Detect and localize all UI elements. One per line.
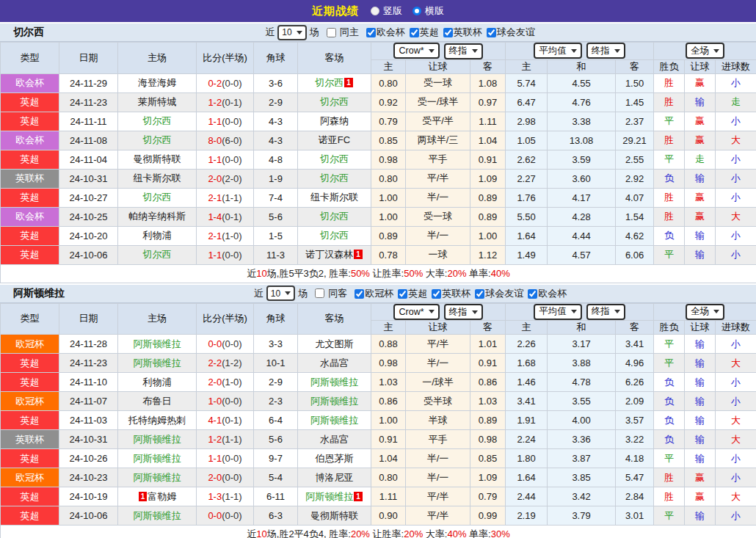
column-header-goals: 进球数 (716, 321, 756, 335)
home-team: 切尔西 (118, 131, 197, 150)
avg-home: 5.74 (506, 73, 548, 92)
league-label: 英超 (408, 288, 427, 299)
corners: 6-4 (254, 411, 298, 430)
odds-away: 0.85 (470, 449, 506, 468)
radio-circle-selected-icon (412, 7, 421, 15)
odds-home: 1.00 (371, 411, 406, 430)
avg-away: 5.47 (616, 468, 654, 487)
avg-away: 4.18 (616, 449, 654, 468)
result-outcome: 平 (654, 354, 685, 373)
column-header-avg-home: 主 (506, 321, 548, 335)
corners: 4-3 (254, 112, 298, 131)
odds-home: 0.89 (371, 226, 406, 245)
column-header-odds-away: 客 (470, 321, 506, 335)
away-team: 切尔西 (298, 207, 371, 226)
result-handicap: 输 (685, 449, 716, 468)
final-odds-select[interactable]: 终指 (444, 43, 483, 59)
away-team: 阿斯顿维拉 (298, 373, 371, 392)
league-checkbox[interactable] (487, 28, 496, 37)
summary-segment: 20% (351, 528, 370, 538)
league-badge: 英超 (1, 150, 59, 169)
result-outcome: 胜 (654, 487, 685, 506)
result-outcome: 平 (654, 150, 685, 169)
league-label: 球会友谊 (485, 288, 523, 299)
odds-away: 0.89 (470, 188, 506, 207)
result-goals: 小 (716, 150, 756, 169)
corners: 10-1 (254, 354, 298, 373)
result-goals: 小 (716, 373, 756, 392)
match-row: 欧冠杯24-11-28阿斯顿维拉0-0(0-0)3-3尤文图斯0.88平/半1.… (1, 335, 756, 354)
odds-home: 1.03 (371, 373, 406, 392)
league-checkbox[interactable] (443, 28, 453, 37)
average-header-cell: 平均值终指 (506, 303, 654, 321)
column-header-score: 比分(半场) (197, 303, 254, 335)
odds-home: 0.88 (371, 335, 406, 354)
average-select[interactable]: 平均值 (534, 304, 582, 320)
page-title: 近期战绩 (312, 4, 359, 18)
home-team: 阿斯顿维拉 (118, 468, 197, 487)
final-odds-select[interactable]: 终指 (444, 304, 483, 320)
away-team: 切尔西 (298, 92, 371, 112)
league-badge: 英超 (1, 373, 59, 392)
match-date: 24-11-10 (59, 373, 118, 392)
summary-segment: 让胜率: (370, 268, 404, 279)
avg-home: 2.27 (506, 169, 548, 188)
same-venue-label: 同客 (328, 287, 347, 300)
bookmaker-select[interactable]: Crow* (393, 304, 439, 320)
bookmaker-header-cell: Crow*终指 (371, 303, 506, 321)
avg-away: 2.09 (616, 392, 654, 411)
games-count-select[interactable]: 10 (277, 25, 306, 40)
league-checkbox[interactable] (410, 28, 419, 37)
result-outcome: 负 (654, 430, 685, 449)
final-odds-select-2[interactable]: 终指 (586, 43, 625, 59)
column-header-odds-handicap: 让球 (406, 321, 470, 335)
home-team: 切尔西 (118, 245, 197, 264)
final-odds-select-2[interactable]: 终指 (586, 304, 625, 320)
match-date: 24-10-25 (59, 207, 118, 226)
avg-home: 2.19 (506, 506, 548, 526)
radio-vertical-view[interactable]: 竖版 (371, 4, 402, 18)
result-outcome: 胜 (654, 207, 685, 226)
away-team: 切尔西1 (298, 73, 371, 92)
result-outcome: 胜 (654, 188, 685, 207)
bookmaker-select[interactable]: Crow* (393, 43, 439, 59)
avg-home: 3.41 (506, 392, 548, 411)
radio-horizontal-view[interactable]: 横版 (412, 4, 444, 18)
odds-handicap: 半/一 (406, 226, 470, 245)
average-select[interactable]: 平均值 (534, 43, 582, 59)
match-date: 24-11-23 (59, 92, 118, 112)
odds-away: 1.00 (470, 226, 506, 245)
chevron-down-icon (429, 49, 435, 53)
odds-away: 1.12 (470, 245, 506, 264)
summary-segment: 场,胜2平4负4, 胜率: (267, 528, 351, 538)
away-team: 阿斯顿维拉 (298, 392, 371, 411)
league-checkbox[interactable] (355, 289, 364, 299)
team-section: 切尔西 近 10 场 同主 欧会杯英超英联杯球会友谊 (0, 23, 756, 283)
league-checkbox[interactable] (398, 289, 407, 299)
avg-draw: 3.36 (548, 430, 616, 449)
away-team: 伯恩茅斯 (298, 449, 371, 468)
column-header-away: 客场 (298, 303, 371, 335)
games-count-select[interactable]: 10 (266, 286, 295, 301)
same-venue-checkbox[interactable] (327, 28, 336, 37)
home-team: 阿斯顿维拉 (118, 506, 197, 526)
odds-home: 0.78 (371, 245, 406, 264)
avg-away: 3.57 (616, 411, 654, 430)
column-header-corner: 角球 (254, 303, 298, 335)
result-goals: 小 (716, 335, 756, 354)
chevron-down-icon (614, 310, 620, 313)
league-checkbox[interactable] (475, 289, 484, 299)
team-name: 切尔西 (13, 26, 44, 39)
league-checkbox[interactable] (366, 28, 376, 37)
league-checkbox[interactable] (528, 289, 537, 299)
avg-draw: 3.87 (548, 449, 616, 468)
avg-draw: 3.59 (548, 150, 616, 169)
league-checkbox[interactable] (432, 289, 441, 299)
match-scope-select[interactable]: 全场 (686, 304, 724, 320)
column-header-avg-draw: 和 (548, 59, 616, 73)
odds-home: 0.80 (371, 169, 406, 188)
match-scope-select[interactable]: 全场 (686, 43, 724, 59)
avg-away: 6.06 (616, 245, 654, 264)
column-header-home: 主场 (118, 43, 197, 74)
same-venue-checkbox[interactable] (315, 288, 324, 298)
